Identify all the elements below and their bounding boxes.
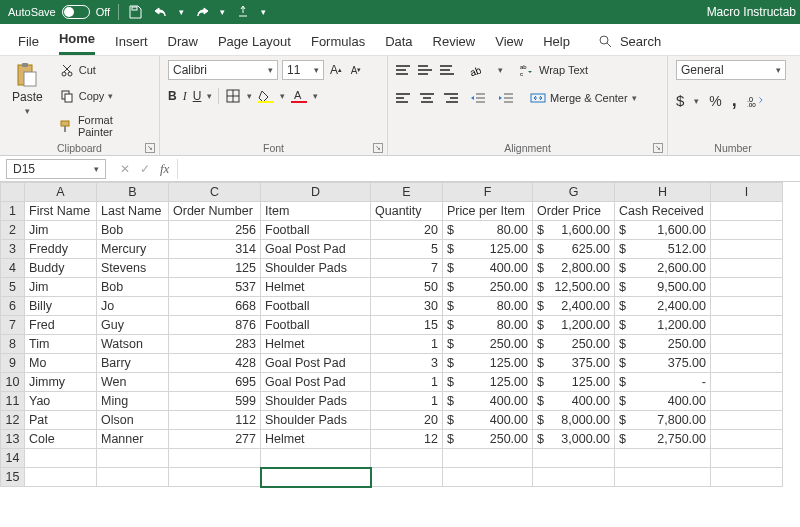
cell[interactable]: 1 [371, 335, 443, 354]
row-header[interactable]: 8 [1, 335, 25, 354]
tab-formulas[interactable]: Formulas [311, 28, 365, 55]
cell[interactable]: Billy [25, 297, 97, 316]
cell[interactable]: Olson [97, 411, 169, 430]
redo-icon[interactable] [194, 4, 210, 20]
accounting-format-button[interactable]: $ [676, 92, 684, 109]
cell[interactable]: $1,200.00 [533, 316, 615, 335]
enter-icon[interactable]: ✓ [140, 162, 150, 176]
cell[interactable]: $400.00 [443, 259, 533, 278]
cell[interactable]: Cole [25, 430, 97, 449]
cell[interactable]: Watson [97, 335, 169, 354]
cell[interactable]: Order Number [169, 202, 261, 221]
cell[interactable]: $7,800.00 [615, 411, 711, 430]
format-painter-button[interactable]: Format Painter [55, 112, 151, 140]
col-header[interactable]: G [533, 183, 615, 202]
align-bottom-icon[interactable] [440, 62, 458, 78]
cell[interactable]: Fred [25, 316, 97, 335]
cell[interactable]: $1,200.00 [615, 316, 711, 335]
cut-button[interactable]: Cut [55, 60, 151, 80]
cell[interactable]: 20 [371, 411, 443, 430]
undo-icon[interactable] [153, 4, 169, 20]
cell[interactable]: 695 [169, 373, 261, 392]
cell[interactable]: 1 [371, 392, 443, 411]
row-header[interactable]: 2 [1, 221, 25, 240]
accounting-dropdown-icon[interactable]: ▾ [694, 96, 699, 106]
tab-home[interactable]: Home [59, 25, 95, 55]
cell[interactable]: Helmet [261, 278, 371, 297]
cell[interactable] [711, 392, 783, 411]
cell[interactable]: Goal Post Pad [261, 354, 371, 373]
cell[interactable]: $250.00 [443, 278, 533, 297]
row-header[interactable]: 10 [1, 373, 25, 392]
cell[interactable]: Shoulder Pads [261, 392, 371, 411]
cell[interactable] [711, 373, 783, 392]
cell[interactable] [615, 468, 711, 487]
cell[interactable] [97, 468, 169, 487]
col-header[interactable]: B [97, 183, 169, 202]
cell[interactable]: Tim [25, 335, 97, 354]
cell[interactable]: $625.00 [533, 240, 615, 259]
cell[interactable]: Last Name [97, 202, 169, 221]
cell[interactable]: Bob [97, 278, 169, 297]
cell[interactable]: $125.00 [443, 240, 533, 259]
cell[interactable]: 256 [169, 221, 261, 240]
row-header[interactable]: 7 [1, 316, 25, 335]
cell[interactable]: $400.00 [443, 392, 533, 411]
cell[interactable]: Mo [25, 354, 97, 373]
cell[interactable]: Freddy [25, 240, 97, 259]
tab-draw[interactable]: Draw [168, 28, 198, 55]
align-top-icon[interactable] [396, 62, 414, 78]
tab-help[interactable]: Help [543, 28, 570, 55]
cell[interactable]: Order Price [533, 202, 615, 221]
cell[interactable] [711, 221, 783, 240]
col-header[interactable]: E [371, 183, 443, 202]
cell[interactable]: 1 [371, 373, 443, 392]
cell[interactable]: Football [261, 316, 371, 335]
cell[interactable] [25, 449, 97, 468]
cell[interactable]: 12 [371, 430, 443, 449]
row-header[interactable]: 14 [1, 449, 25, 468]
font-size-combo[interactable]: 11▾ [282, 60, 324, 80]
cell[interactable]: $250.00 [443, 335, 533, 354]
cell[interactable] [711, 411, 783, 430]
cell[interactable] [97, 449, 169, 468]
cell[interactable] [443, 468, 533, 487]
comma-format-button[interactable]: , [732, 90, 737, 111]
cell[interactable]: 50 [371, 278, 443, 297]
cell[interactable]: Jim [25, 278, 97, 297]
touch-mode-icon[interactable] [235, 4, 251, 20]
cell[interactable]: 15 [371, 316, 443, 335]
cell[interactable] [711, 278, 783, 297]
cell[interactable]: Price per Item [443, 202, 533, 221]
cell[interactable] [169, 468, 261, 487]
cell[interactable]: Barry [97, 354, 169, 373]
align-left-icon[interactable] [396, 90, 414, 106]
cell[interactable]: $1,600.00 [615, 221, 711, 240]
cell[interactable]: $400.00 [615, 392, 711, 411]
cell[interactable]: First Name [25, 202, 97, 221]
cell[interactable]: $250.00 [533, 335, 615, 354]
cell[interactable] [533, 468, 615, 487]
cell[interactable]: $250.00 [443, 430, 533, 449]
cell[interactable]: Helmet [261, 430, 371, 449]
cancel-icon[interactable]: ✕ [120, 162, 130, 176]
redo-dropdown-icon[interactable]: ▾ [220, 7, 225, 17]
percent-format-button[interactable]: % [709, 93, 721, 109]
cell[interactable]: 20 [371, 221, 443, 240]
align-center-icon[interactable] [418, 90, 436, 106]
row-header[interactable]: 15 [1, 468, 25, 487]
cell[interactable]: Quantity [371, 202, 443, 221]
row-header[interactable]: 11 [1, 392, 25, 411]
row-header[interactable]: 6 [1, 297, 25, 316]
fill-color-icon[interactable] [258, 88, 274, 104]
cell[interactable] [711, 316, 783, 335]
cell[interactable] [711, 335, 783, 354]
cell[interactable]: $125.00 [443, 373, 533, 392]
cell[interactable]: Jo [97, 297, 169, 316]
row-header[interactable]: 1 [1, 202, 25, 221]
cell[interactable]: Jim [25, 221, 97, 240]
tab-data[interactable]: Data [385, 28, 412, 55]
cell[interactable]: 5 [371, 240, 443, 259]
cell[interactable]: Pat [25, 411, 97, 430]
cell[interactable] [711, 297, 783, 316]
